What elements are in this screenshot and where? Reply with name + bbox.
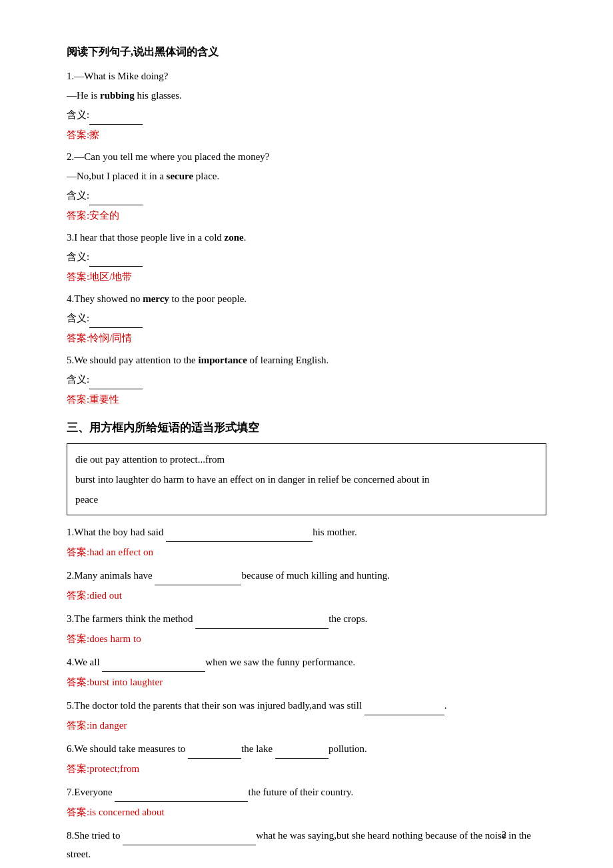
fill-q2-answer: 答案:died out <box>67 587 546 605</box>
fill-q7-text: 7.Everyone the future of their country. <box>67 783 546 802</box>
phrase-box: die out pay attention to protect...from … <box>67 443 546 515</box>
fill-q1-answer: 答案:had an effect on <box>67 543 546 561</box>
fill-q6-answer: 答案:protect;from <box>67 760 546 778</box>
fill-q2-text: 2.Many animals have because of much kill… <box>67 567 546 585</box>
read-q1-prefix: —He is <box>67 90 100 101</box>
fill-q1: 1.What the boy had said his mother. 答案:h… <box>67 523 546 561</box>
read-q2-suffix: place. <box>193 171 219 181</box>
read-q1-meaning: 含义: <box>67 106 546 125</box>
fill-q8-text: 8.She tried to what he was saying,but sh… <box>67 827 546 863</box>
phrase-line2: burst into laughter do harm to have an e… <box>75 469 538 489</box>
read-q2-line2: —No,but I placed it in a secure place. <box>67 167 546 185</box>
fill-q7-answer: 答案:is concerned about <box>67 803 546 821</box>
page-number: 2 <box>502 827 506 843</box>
fill-q5: 5.The doctor told the parents that their… <box>67 697 546 735</box>
read-instruction: 阅读下列句子,说出黑体词的含义 <box>67 43 546 62</box>
fill-q3-text: 3.The farmers think the method the crops… <box>67 610 546 629</box>
fill-q4: 4.We all when we saw the funny performan… <box>67 653 546 691</box>
fill-q8: 8.She tried to what he was saying,but sh… <box>67 827 546 863</box>
read-q2: 2.—Can you tell me where you placed the … <box>67 148 546 225</box>
fill-q6-text: 6.We should take measures to the lake po… <box>67 740 546 759</box>
read-q4-line1: 4.They showed no mercy to the poor peopl… <box>67 290 546 308</box>
read-q5-line1: 5.We should pay attention to the importa… <box>67 351 546 369</box>
read-q3-answer: 答案:地区/地带 <box>67 268 546 286</box>
read-q1-suffix: his glasses. <box>135 90 182 101</box>
read-q1-answer: 答案:擦 <box>67 126 546 144</box>
read-q2-meaning: 含义: <box>67 187 546 205</box>
read-q1: 1.—What is Mike doing? —He is rubbing hi… <box>67 67 546 144</box>
read-q2-prefix: —No,but I placed it in a <box>67 171 167 181</box>
fill-q1-text: 1.What the boy had said his mother. <box>67 523 546 542</box>
fill-q4-answer: 答案:burst into laughter <box>67 673 546 691</box>
phrase-line1: die out pay attention to protect...from <box>75 449 538 469</box>
fill-header: 三、用方框内所给短语的适当形式填空 <box>67 418 546 439</box>
read-q2-answer: 答案:安全的 <box>67 207 546 225</box>
read-q5-meaning: 含义: <box>67 371 546 389</box>
read-q5-answer: 答案:重要性 <box>67 391 546 409</box>
read-q3-line1: 3.I hear that those people live in a col… <box>67 229 546 247</box>
read-q1-bold: rubbing <box>100 90 135 101</box>
read-q4-meaning: 含义: <box>67 309 546 328</box>
fill-q3: 3.The farmers think the method the crops… <box>67 610 546 648</box>
fill-q7: 7.Everyone the future of their country. … <box>67 783 546 821</box>
phrase-line3: peace <box>75 489 538 509</box>
read-q1-line1: 1.—What is Mike doing? <box>67 67 546 85</box>
read-q4: 4.They showed no mercy to the poor peopl… <box>67 290 546 347</box>
read-q3: 3.I hear that those people live in a col… <box>67 229 546 286</box>
read-q3-meaning: 含义: <box>67 248 546 267</box>
read-q4-answer: 答案:怜悯/同情 <box>67 329 546 347</box>
read-q2-line1: 2.—Can you tell me where you placed the … <box>67 148 546 166</box>
fill-q5-answer: 答案:in danger <box>67 717 546 735</box>
read-q2-bold: secure <box>167 171 194 181</box>
fill-q3-answer: 答案:does harm to <box>67 630 546 648</box>
fill-q5-text: 5.The doctor told the parents that their… <box>67 697 546 715</box>
fill-q2: 2.Many animals have because of much kill… <box>67 567 546 605</box>
read-q1-line2: —He is rubbing his glasses. <box>67 87 546 105</box>
fill-q4-text: 4.We all when we saw the funny performan… <box>67 653 546 672</box>
fill-section: 三、用方框内所给短语的适当形式填空 die out pay attention … <box>67 418 546 864</box>
read-q5: 5.We should pay attention to the importa… <box>67 351 546 409</box>
read-section: 阅读下列句子,说出黑体词的含义 1.—What is Mike doing? —… <box>67 43 546 409</box>
fill-q6: 6.We should take measures to the lake po… <box>67 740 546 778</box>
